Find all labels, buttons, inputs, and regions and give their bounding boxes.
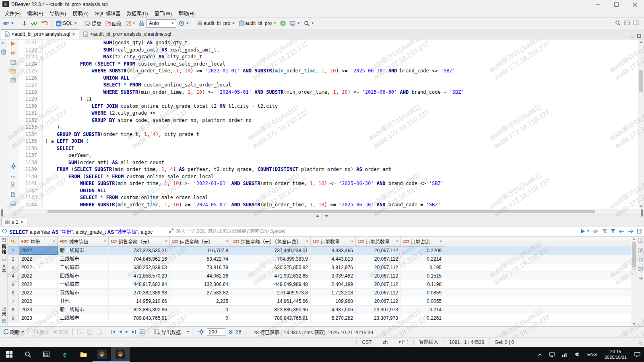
restore-panel-button[interactable] bbox=[1, 41, 6, 46]
edit-filter-button[interactable] bbox=[601, 229, 608, 234]
column-header[interactable]: 123订单数量 bbox=[311, 237, 356, 247]
grid-cell[interactable]: 4,443,813 bbox=[311, 255, 356, 263]
filter-caret-icon[interactable] bbox=[104, 241, 106, 242]
clear-filter-button[interactable] bbox=[592, 229, 599, 234]
column-header[interactable]: 123订单占比 bbox=[401, 237, 444, 247]
filter-caret-icon[interactable] bbox=[440, 241, 442, 242]
new-sql-editor-button[interactable]: SQLSQL bbox=[54, 19, 78, 28]
column-header[interactable]: 123运费金额（元） bbox=[170, 237, 231, 247]
minimize-button[interactable] bbox=[588, 0, 607, 9]
menu-item-3[interactable]: 搜索(A) bbox=[69, 9, 92, 17]
dbeaver-taskbar-button[interactable] bbox=[93, 347, 111, 362]
execute-statement-button[interactable] bbox=[10, 41, 16, 47]
grid-cell[interactable]: 704,899,383.9 bbox=[231, 255, 311, 263]
grid-cell[interactable]: 630,325,855.82 bbox=[231, 263, 311, 272]
rollback-button[interactable]: 回滚 bbox=[104, 19, 123, 28]
file-explorer-button[interactable] bbox=[74, 347, 93, 362]
grid-cell[interactable]: 三线城市 bbox=[58, 255, 109, 263]
metadata-panel-button[interactable] bbox=[638, 267, 643, 273]
scroll-down-button[interactable] bbox=[631, 321, 637, 326]
editor-vertical-scrollbar[interactable] bbox=[638, 39, 644, 209]
start-button[interactable] bbox=[0, 347, 19, 362]
data-search-button[interactable] bbox=[302, 19, 316, 28]
task-view-button[interactable] bbox=[37, 347, 56, 362]
grid-cell[interactable]: 132,306.64 bbox=[170, 280, 231, 288]
grid-cell[interactable]: 448,917,682.84 bbox=[109, 280, 170, 288]
menu-item-6[interactable]: 窗口(W) bbox=[151, 9, 175, 17]
resize-grip[interactable] bbox=[639, 341, 643, 346]
filter-caret-icon[interactable] bbox=[351, 241, 353, 242]
grid-cell[interactable]: 2022 bbox=[19, 289, 58, 297]
menu-item-7[interactable]: 帮助(H) bbox=[175, 9, 198, 17]
row-header[interactable]: 8 bbox=[8, 306, 19, 314]
menu-item-5[interactable]: 数据库(D) bbox=[124, 9, 151, 17]
layout-button[interactable] bbox=[633, 21, 639, 27]
previous-row-button[interactable] bbox=[118, 330, 123, 333]
transaction-auto-combo[interactable]: Auto bbox=[147, 19, 176, 28]
editor-results-sash[interactable] bbox=[0, 214, 644, 218]
column-header[interactable]: ABC城市等级 bbox=[58, 237, 109, 247]
delete-row-button[interactable] bbox=[95, 329, 103, 335]
fetch-all-button[interactable] bbox=[227, 329, 234, 334]
tab-analysis-sql[interactable]: <audit_bi_pro> analysis.sql bbox=[1, 29, 79, 39]
grid-cell[interactable]: 2022 bbox=[19, 280, 58, 288]
table-row[interactable]: 12022新一线城市737,323,530.21116,707.8737,440… bbox=[8, 247, 631, 255]
grid-cell[interactable]: 2022 bbox=[19, 272, 58, 280]
grid-cell[interactable]: 823,885,390.96 bbox=[109, 306, 170, 314]
taskbar-clock[interactable]: 20:15 2025/10/21 bbox=[601, 347, 631, 362]
grid-cell[interactable]: 2022 bbox=[19, 247, 58, 255]
column-header[interactable]: ABC年份 bbox=[19, 237, 58, 247]
volume-button[interactable] bbox=[571, 347, 584, 362]
row-header[interactable]: 5 bbox=[8, 280, 19, 288]
grid-cell[interactable]: 20,067,112 bbox=[356, 247, 401, 255]
maximize-button[interactable] bbox=[607, 0, 625, 9]
grid-cell[interactable]: 27,583.82 bbox=[170, 289, 231, 297]
open-perspective-button[interactable] bbox=[624, 21, 630, 27]
overflow-menu-button[interactable] bbox=[11, 173, 16, 179]
grid-cell[interactable]: 270,382,389.98 bbox=[109, 289, 170, 297]
scroll-up-button[interactable] bbox=[638, 39, 644, 44]
grid-cell[interactable]: 2022 bbox=[19, 255, 58, 263]
grid-cell[interactable]: 449,049,989.48 bbox=[231, 280, 311, 288]
add-row-button[interactable] bbox=[76, 329, 84, 335]
grid-cell[interactable]: 0.2214 bbox=[401, 255, 444, 263]
grid-cell[interactable]: 四线城市 bbox=[58, 272, 109, 280]
refresh-button[interactable]: 刷新 bbox=[2, 329, 25, 335]
grid-cell[interactable]: 73,816.79 bbox=[170, 263, 231, 272]
database-navigator-button[interactable] bbox=[1, 49, 6, 56]
sql-editor[interactable]: 1121 SUM(goods_qty) AS goods_qty_t,1122 … bbox=[19, 39, 638, 209]
scrollbar-thumb[interactable] bbox=[47, 210, 595, 213]
row-header[interactable]: 9 bbox=[8, 314, 19, 322]
filter-history-back-button[interactable] bbox=[618, 229, 625, 233]
grid-cell[interactable]: 20,067,112 bbox=[356, 297, 401, 305]
menu-item-4[interactable]: SQL 编辑器 bbox=[92, 9, 124, 17]
grid-corner-cell[interactable] bbox=[8, 237, 19, 247]
column-header[interactable]: 123销售金额（元）（包含运费） bbox=[231, 237, 311, 247]
explain-plan-button[interactable] bbox=[10, 60, 16, 66]
grid-cell[interactable]: 五线城市 bbox=[58, 289, 109, 297]
editor-horizontal-scrollbar[interactable] bbox=[0, 209, 644, 214]
dbeaver-taskbar-button-active[interactable] bbox=[111, 347, 130, 362]
close-button[interactable] bbox=[625, 0, 644, 9]
grid-cell[interactable]: 3,912,976 bbox=[311, 263, 356, 272]
grid-cell[interactable]: 20,067,112 bbox=[356, 272, 401, 280]
filter-caret-icon[interactable] bbox=[165, 241, 167, 242]
grid-cell[interactable]: 737,323,530.21 bbox=[109, 247, 170, 255]
edge-browser-button[interactable]: e bbox=[56, 347, 74, 362]
scrollbar-thumb[interactable] bbox=[632, 242, 636, 267]
grid-cell[interactable]: 2023 bbox=[19, 306, 58, 314]
globe-button[interactable] bbox=[279, 19, 287, 28]
grid-cell[interactable]: 789,843,765.91 bbox=[231, 314, 311, 322]
export-command-button[interactable] bbox=[10, 78, 16, 84]
grid-cell[interactable]: 109,968 bbox=[311, 297, 356, 305]
fetch-button[interactable] bbox=[21, 19, 29, 28]
grid-cell[interactable]: 一线城市 bbox=[58, 280, 109, 288]
grid-cell[interactable]: 20,067,112 bbox=[356, 255, 401, 263]
grid-cell[interactable]: 0.1198 bbox=[401, 280, 444, 288]
grid-cell[interactable]: 20,067,112 bbox=[356, 280, 401, 288]
column-header[interactable]: 123销售金额（元） bbox=[109, 237, 170, 247]
scroll-right-button[interactable] bbox=[641, 210, 643, 216]
grid-cell[interactable]: 2,404,189 bbox=[311, 280, 356, 288]
menu-item-2[interactable]: 导航(N) bbox=[46, 9, 69, 17]
next-row-button[interactable] bbox=[124, 330, 129, 333]
